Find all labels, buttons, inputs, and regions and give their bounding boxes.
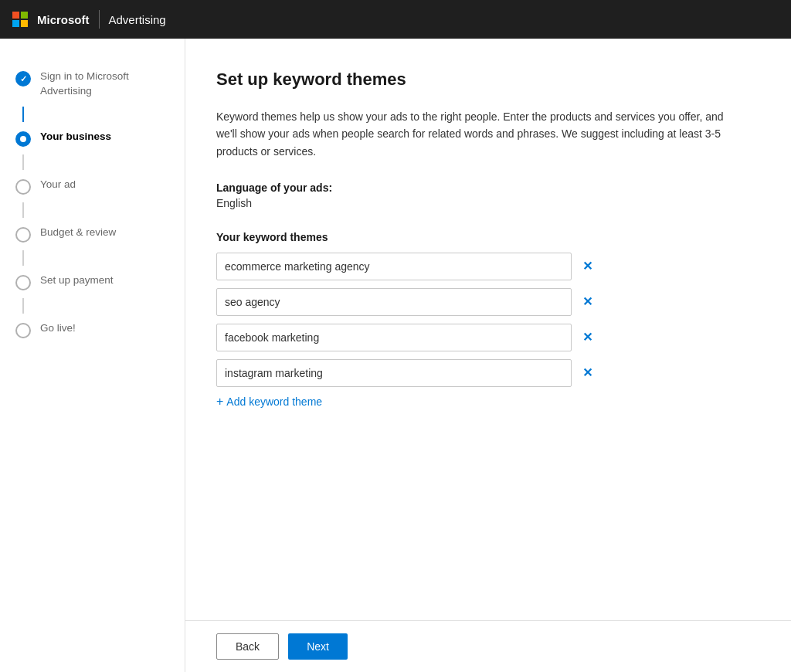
step-label-your-ad: Your ad [40,178,76,192]
keyword-input-2[interactable] [216,288,572,316]
step-label-sign-in: Sign in to Microsoft Advertising [40,70,169,99]
remove-keyword-3-button[interactable]: ✕ [579,331,596,344]
step-circle-your-ad [15,179,31,195]
keyword-input-4[interactable] [216,359,572,387]
content-area: Set up keyword themes Keyword themes hel… [185,39,791,620]
step-circle-sign-in: ✓ [15,71,31,87]
check-icon: ✓ [20,74,27,84]
sidebar: ✓ Sign in to Microsoft Advertising Your … [0,39,185,672]
step-label-your-business: Your business [40,130,111,144]
sidebar-item-your-business[interactable]: Your business [0,122,185,154]
sidebar-item-sign-in[interactable]: ✓ Sign in to Microsoft Advertising [0,62,185,107]
keyword-input-3[interactable] [216,324,572,351]
keyword-row-4: ✕ [216,359,760,387]
next-button[interactable]: Next [288,633,348,660]
main-content: Set up keyword themes Keyword themes hel… [185,39,791,672]
layout: ✓ Sign in to Microsoft Advertising Your … [0,39,791,672]
remove-keyword-4-button[interactable]: ✕ [579,367,596,379]
sidebar-item-budget-review[interactable]: Budget & review [0,218,185,250]
keywords-section-label: Your keyword themes [216,231,760,243]
keyword-input-1[interactable] [216,253,572,280]
step-label-budget-review: Budget & review [40,226,116,240]
page-title: Set up keyword themes [216,70,760,90]
footer: Back Next [185,620,791,672]
step-label-go-live: Go live! [40,321,76,336]
language-field: Language of your ads: English [216,182,760,209]
step-circle-your-business [15,131,31,147]
header: Microsoft Advertising [0,0,791,39]
remove-keyword-2-button[interactable]: ✕ [579,296,596,308]
language-value: English [216,197,760,209]
plus-icon: + [216,395,223,409]
active-dot [20,136,26,142]
header-divider [99,10,100,29]
keyword-row-3: ✕ [216,324,760,351]
step-circle-budget-review [15,227,31,243]
connector-2 [22,154,24,170]
back-button[interactable]: Back [216,633,279,660]
microsoft-logo [12,12,28,27]
step-circle-go-live [15,323,31,338]
sidebar-item-go-live[interactable]: Go live! [0,314,185,346]
page-description: Keyword themes help us show your ads to … [216,108,742,160]
language-label: Language of your ads: [216,182,760,194]
add-keyword-label: Add keyword theme [226,395,322,408]
sidebar-item-your-ad[interactable]: Your ad [0,170,185,202]
keyword-row-1: ✕ [216,253,760,280]
step-label-payment: Set up payment [40,273,114,288]
connector-1 [22,107,24,122]
product-name: Advertising [109,13,166,26]
connector-4 [22,250,24,266]
keyword-row-2: ✕ [216,288,760,316]
add-keyword-link[interactable]: + Add keyword theme [216,395,322,409]
sidebar-item-payment[interactable]: Set up payment [0,266,185,298]
brand-name: Microsoft [37,13,90,26]
connector-3 [22,202,24,218]
connector-5 [22,298,24,314]
step-circle-payment [15,275,31,290]
remove-keyword-1-button[interactable]: ✕ [579,260,596,273]
